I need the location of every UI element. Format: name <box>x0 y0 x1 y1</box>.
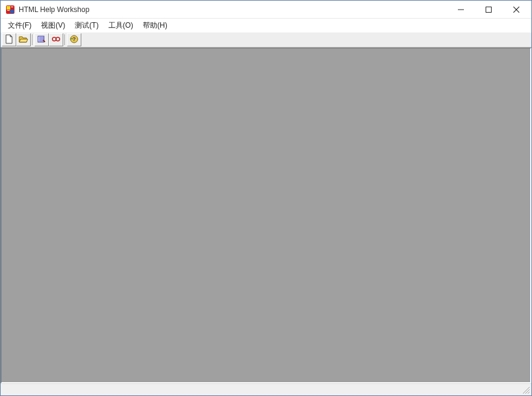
menu-view[interactable]: 视图(V) <box>36 19 70 32</box>
svg-rect-4 <box>11 7 13 7</box>
svg-rect-3 <box>7 10 10 11</box>
toolbar-new-button[interactable] <box>2 33 16 46</box>
toolbar-help-button[interactable]: ? <box>67 33 81 46</box>
svg-rect-1 <box>7 6 10 10</box>
toolbar-view-compiled-button[interactable] <box>49 33 63 46</box>
maximize-icon <box>486 7 492 13</box>
minimize-icon <box>458 7 464 13</box>
minimize-button[interactable] <box>447 1 475 19</box>
close-icon <box>513 7 519 13</box>
view-compiled-icon <box>51 34 61 46</box>
menu-tools[interactable]: 工具(O) <box>104 19 138 32</box>
svg-point-14 <box>52 37 56 41</box>
toolbar-open-button[interactable] <box>16 33 31 46</box>
window-controls <box>447 1 530 19</box>
svg-rect-6 <box>486 7 492 12</box>
open-folder-icon <box>19 34 28 46</box>
menu-test[interactable]: 测试(T) <box>70 19 103 32</box>
new-file-icon <box>4 34 14 46</box>
toolbar-compile-button[interactable] <box>34 33 49 46</box>
help-icon: ? <box>69 34 79 46</box>
compile-icon <box>37 34 46 46</box>
svg-point-15 <box>56 37 60 41</box>
svg-line-20 <box>525 389 530 394</box>
window-title: HTML Help Workshop <box>19 5 447 14</box>
svg-marker-12 <box>19 39 28 42</box>
workspace-area <box>1 48 531 383</box>
toolbar-separator <box>31 33 34 46</box>
titlebar: HTML Help Workshop <box>1 1 531 19</box>
close-button[interactable] <box>502 1 530 19</box>
toolbar-separator <box>63 33 67 46</box>
resize-gripper[interactable] <box>521 385 530 394</box>
menubar: 文件(F) 视图(V) 测试(T) 工具(O) 帮助(H) <box>1 19 531 32</box>
toolbar: ? <box>1 32 531 48</box>
menu-help[interactable]: 帮助(H) <box>138 19 172 32</box>
svg-marker-10 <box>10 35 12 37</box>
menu-file[interactable]: 文件(F) <box>3 19 36 32</box>
gripper-icon <box>521 385 530 394</box>
statusbar <box>1 383 531 395</box>
app-icon <box>5 5 15 14</box>
svg-line-21 <box>528 392 530 394</box>
svg-rect-2 <box>10 10 14 13</box>
maximize-button[interactable] <box>475 1 502 19</box>
svg-text:?: ? <box>72 36 76 42</box>
